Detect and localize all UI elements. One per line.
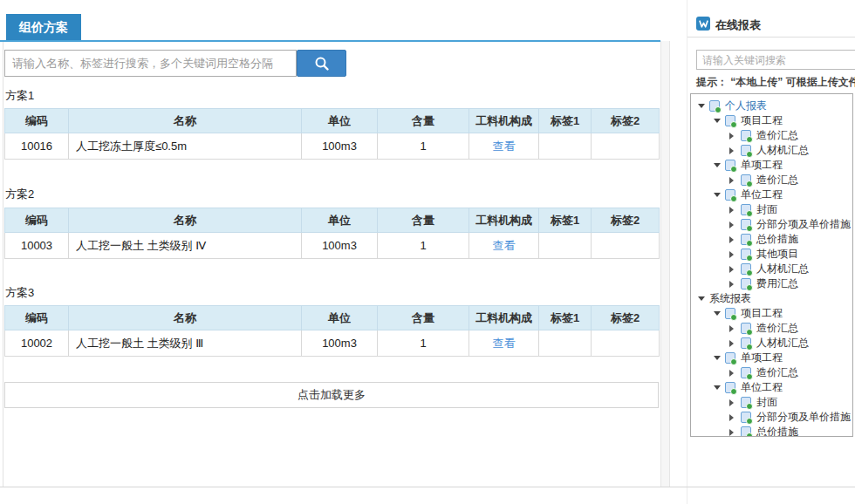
cell-unit: 100m3 (302, 330, 378, 357)
cell-code: 10016 (5, 133, 69, 160)
report-search-input[interactable] (696, 50, 855, 70)
report-doc-icon (741, 278, 751, 289)
report-tree: 个人报表项目工程造价汇总人材机汇总单项工程造价汇总单位工程封面分部分项及单价措施… (690, 93, 853, 437)
panel-title: 在线报表 (715, 17, 761, 33)
tab-pricing-scheme[interactable]: 组价方案 (6, 14, 81, 40)
tree-item[interactable]: 单位工程 (691, 380, 852, 395)
table-row: 10016 人工挖冻土厚度≤0.5m 100m3 1 查看 (5, 133, 660, 160)
panel-left-border (3, 42, 3, 487)
chevron-right-icon[interactable] (729, 221, 741, 228)
col-header-tag2: 标签2 (592, 306, 660, 330)
tree-item-label: 分部分项及单价措施 (756, 410, 851, 425)
col-header-tag2: 标签2 (592, 208, 660, 233)
chevron-right-icon[interactable] (729, 177, 741, 184)
cell-tag2 (592, 133, 660, 160)
tree-item[interactable]: 项目工程 (691, 113, 852, 128)
tree-item[interactable]: 人材机汇总 (691, 143, 852, 158)
tree-item-label: 总价措施 (756, 232, 798, 247)
chevron-down-icon[interactable] (714, 385, 725, 390)
tree-item[interactable]: 造价汇总 (691, 173, 852, 187)
tree-item[interactable]: 其他项目 (691, 247, 852, 262)
chevron-right-icon[interactable] (729, 147, 741, 154)
scheme-search-input[interactable] (4, 50, 297, 77)
tree-item[interactable]: 项目工程 (691, 306, 852, 321)
report-doc-icon (741, 130, 751, 141)
view-link[interactable]: 查看 (493, 337, 516, 350)
chevron-down-icon[interactable] (698, 104, 709, 108)
view-link[interactable]: 查看 (493, 239, 516, 252)
chevron-right-icon[interactable] (729, 236, 741, 243)
chevron-right-icon[interactable] (729, 414, 741, 421)
tree-item[interactable]: 单位工程 (691, 187, 852, 202)
tree-item[interactable]: 封面 (691, 202, 852, 217)
chevron-down-icon[interactable] (698, 296, 709, 301)
tree-item-label: 人材机汇总 (756, 336, 809, 351)
cell-name: 人工挖冻土厚度≤0.5m (69, 133, 302, 160)
tree-item-label: 总价措施 (756, 425, 798, 437)
report-doc-icon (741, 367, 751, 378)
cell-tag2 (592, 233, 660, 259)
vertical-scrollbar[interactable] (660, 41, 670, 487)
col-header-tag2: 标签2 (592, 109, 660, 133)
chevron-right-icon[interactable] (729, 429, 741, 436)
report-doc-icon (725, 115, 735, 126)
chevron-right-icon[interactable] (729, 399, 741, 406)
tree-item[interactable]: 单项工程 (691, 351, 852, 365)
search-button[interactable] (297, 50, 346, 77)
tree-item[interactable]: 费用汇总 (691, 276, 852, 291)
report-doc-icon (725, 160, 735, 171)
report-doc-icon (741, 426, 751, 437)
report-doc-icon (741, 234, 751, 245)
col-header-tag1: 标签1 (539, 306, 592, 330)
chevron-right-icon[interactable] (729, 266, 741, 273)
tree-item[interactable]: 总价措施 (691, 425, 852, 437)
cell-code: 10003 (5, 233, 69, 259)
report-doc-icon (741, 397, 751, 408)
chevron-right-icon[interactable] (729, 133, 741, 140)
view-link[interactable]: 查看 (493, 140, 516, 153)
tree-item[interactable]: 总价措施 (691, 232, 852, 247)
tree-item[interactable]: 人材机汇总 (691, 336, 852, 351)
tree-item-label: 人材机汇总 (756, 262, 809, 276)
chevron-down-icon[interactable] (714, 193, 725, 197)
scheme-label: 方案1 (5, 88, 34, 104)
tree-item[interactable]: 造价汇总 (691, 321, 852, 336)
table-header-row: 编码 名称 单位 含量 工料机构成 标签1 标签2 (5, 306, 660, 330)
tree-item[interactable]: 系统报表 (691, 291, 852, 306)
tree-item[interactable]: 分部分项及单价措施 (691, 217, 852, 232)
tree-item-label: 单项工程 (741, 351, 783, 365)
report-doc-icon (725, 382, 735, 393)
tree-item[interactable]: 单项工程 (691, 158, 852, 173)
chevron-right-icon[interactable] (729, 281, 741, 288)
chevron-right-icon[interactable] (729, 325, 741, 332)
chevron-right-icon[interactable] (729, 340, 741, 347)
col-header-tag1: 标签1 (539, 109, 592, 133)
chevron-down-icon[interactable] (714, 356, 725, 360)
tree-item[interactable]: 造价汇总 (691, 128, 852, 143)
table-row: 10003 人工挖一般土 土类级别 Ⅳ 100m3 1 查看 (5, 233, 660, 259)
scheme-table: 编码 名称 单位 含量 工料机构成 标签1 标签2 10016 人工挖冻土厚度≤… (4, 108, 660, 160)
col-header-name: 名称 (69, 208, 302, 233)
report-doc-icon (741, 249, 751, 260)
tree-item[interactable]: 造价汇总 (691, 365, 852, 380)
chevron-right-icon[interactable] (729, 251, 741, 258)
magnifier-icon (314, 56, 330, 72)
tree-item-label: 封面 (756, 395, 777, 410)
table-header-row: 编码 名称 单位 含量 工料机构成 标签1 标签2 (5, 208, 660, 233)
chevron-down-icon[interactable] (714, 311, 725, 316)
chevron-right-icon[interactable] (729, 370, 741, 377)
cell-composition: 查看 (469, 133, 539, 160)
col-header-composition: 工料机构成 (469, 208, 539, 233)
tree-item[interactable]: 封面 (691, 395, 852, 410)
col-header-unit: 单位 (302, 208, 378, 233)
chevron-right-icon[interactable] (729, 207, 741, 214)
chevron-down-icon[interactable] (714, 119, 725, 123)
tree-item[interactable]: 个人报表 (691, 99, 852, 113)
load-more-button[interactable]: 点击加载更多 (4, 382, 659, 408)
tree-item[interactable]: 人材机汇总 (691, 262, 852, 276)
tree-item-label: 造价汇总 (756, 128, 798, 143)
tree-item[interactable]: 分部分项及单价措施 (691, 410, 852, 425)
cell-tag1 (539, 133, 592, 160)
tree-item-label: 项目工程 (741, 306, 783, 321)
chevron-down-icon[interactable] (714, 163, 725, 167)
